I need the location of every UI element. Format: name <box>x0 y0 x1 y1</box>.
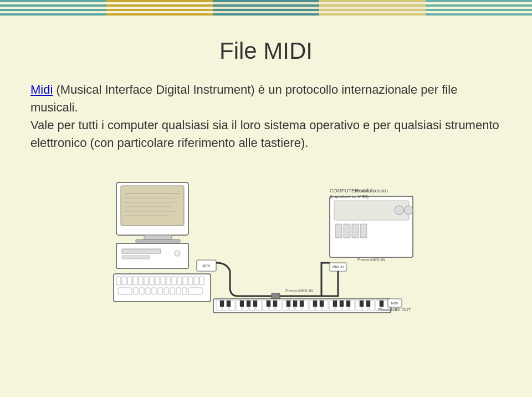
svg-text:Presa MIDI OUT: Presa MIDI OUT <box>378 307 411 312</box>
svg-point-14 <box>175 251 180 256</box>
svg-rect-98 <box>300 301 304 307</box>
svg-text:MIDI: MIDI <box>391 302 398 305</box>
svg-rect-95 <box>273 301 277 307</box>
svg-rect-101 <box>333 301 337 307</box>
border-seg-3 <box>213 0 319 16</box>
svg-rect-32 <box>118 288 132 294</box>
svg-rect-20 <box>139 277 143 285</box>
svg-rect-30 <box>194 277 198 285</box>
svg-rect-31 <box>200 277 204 285</box>
svg-text:Modulo sonoro: Modulo sonoro <box>355 188 388 194</box>
svg-rect-55 <box>360 224 367 238</box>
svg-rect-21 <box>144 277 149 285</box>
page-title: File MIDI <box>30 38 502 64</box>
svg-rect-39 <box>170 288 175 294</box>
svg-rect-105 <box>366 301 370 307</box>
body-paragraph-1: Midi (Musical Interface Digital Instrume… <box>30 81 502 116</box>
midi-link[interactable]: Midi <box>30 83 53 96</box>
border-seg-5 <box>426 0 532 16</box>
svg-rect-37 <box>158 288 162 294</box>
body-text-2: Vale per tutti i computer qualsiasi sia … <box>30 118 499 150</box>
svg-rect-90 <box>227 301 231 307</box>
svg-rect-34 <box>140 288 144 294</box>
svg-rect-27 <box>177 277 182 285</box>
svg-rect-12 <box>122 249 161 253</box>
body-text-1: (Musical Interface Digital Instrument) è… <box>30 83 457 114</box>
svg-rect-92 <box>247 301 250 307</box>
svg-point-51 <box>404 206 413 215</box>
svg-rect-8 <box>144 235 172 240</box>
svg-rect-1 <box>121 186 184 226</box>
svg-rect-26 <box>172 277 176 285</box>
svg-rect-96 <box>287 301 290 307</box>
svg-text:(impostare su MIDI): (impostare su MIDI) <box>330 194 369 199</box>
svg-rect-99 <box>313 301 317 307</box>
svg-rect-36 <box>152 288 156 294</box>
body-paragraph-2: Vale per tutti i computer qualsiasi sia … <box>30 116 502 152</box>
svg-rect-17 <box>122 277 126 285</box>
svg-rect-29 <box>188 277 193 285</box>
midi-diagram-svg: Computer <box>111 163 421 318</box>
svg-rect-94 <box>267 301 270 307</box>
svg-rect-35 <box>146 288 150 294</box>
svg-rect-53 <box>344 224 350 238</box>
svg-rect-38 <box>164 288 168 294</box>
svg-rect-100 <box>320 301 324 307</box>
top-border <box>0 0 532 16</box>
svg-rect-97 <box>293 301 297 307</box>
svg-rect-16 <box>116 277 121 285</box>
svg-rect-42 <box>188 288 202 294</box>
svg-rect-19 <box>133 277 137 285</box>
border-seg-4 <box>319 0 426 16</box>
svg-text:MIDI IN: MIDI IN <box>332 265 344 268</box>
svg-rect-89 <box>220 301 224 307</box>
svg-rect-24 <box>161 277 165 285</box>
svg-point-50 <box>395 206 403 215</box>
midi-diagram: Computer <box>30 163 502 318</box>
main-content: File MIDI Midi (Musical Interface Digita… <box>0 16 532 329</box>
svg-rect-18 <box>127 277 132 285</box>
svg-rect-23 <box>155 277 160 285</box>
border-seg-2 <box>106 0 213 16</box>
svg-rect-45 <box>272 293 280 299</box>
svg-rect-41 <box>182 288 187 294</box>
svg-rect-13 <box>122 256 150 259</box>
svg-rect-28 <box>183 277 187 285</box>
svg-rect-104 <box>360 301 364 307</box>
svg-rect-91 <box>240 301 244 307</box>
svg-text:MIDI: MIDI <box>202 264 210 268</box>
svg-rect-52 <box>335 224 342 238</box>
svg-rect-33 <box>134 288 138 294</box>
svg-rect-25 <box>166 277 171 285</box>
svg-text:Presa MIDI IN: Presa MIDI IN <box>285 288 313 293</box>
svg-rect-106 <box>380 301 383 307</box>
border-seg-1 <box>0 0 106 16</box>
svg-rect-22 <box>150 277 154 285</box>
svg-rect-54 <box>352 224 359 238</box>
svg-text:Presa MIDI IN: Presa MIDI IN <box>357 257 385 262</box>
svg-rect-9 <box>136 240 180 242</box>
svg-rect-102 <box>340 301 344 307</box>
svg-rect-40 <box>176 288 181 294</box>
svg-rect-93 <box>253 301 257 307</box>
svg-rect-103 <box>346 301 350 307</box>
